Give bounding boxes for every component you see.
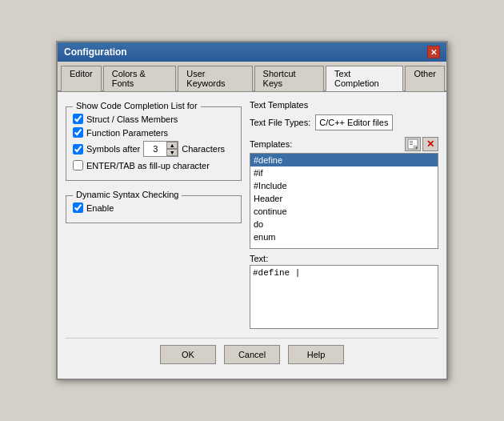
function-params-row: Function Parameters bbox=[73, 127, 234, 138]
left-panel: Show Code Completion List for Struct / C… bbox=[66, 100, 242, 331]
window-title: Configuration bbox=[64, 46, 127, 58]
enable-row: Enable bbox=[73, 202, 234, 213]
cancel-button[interactable]: Cancel bbox=[224, 345, 280, 364]
symbols-after-label: Symbols after bbox=[86, 144, 140, 154]
spinner-buttons: ▲ ▼ bbox=[166, 142, 178, 156]
characters-label: Characters bbox=[182, 144, 225, 154]
tab-editor[interactable]: Editor bbox=[61, 66, 102, 91]
text-area[interactable] bbox=[250, 265, 438, 329]
template-list-item[interactable]: #if bbox=[250, 166, 438, 179]
show-code-completion-group: Show Code Completion List for Struct / C… bbox=[66, 106, 242, 181]
template-add-button[interactable]: + bbox=[405, 137, 421, 151]
templates-label: Templates: bbox=[250, 139, 292, 149]
template-list-item[interactable]: Header bbox=[250, 192, 438, 205]
symbols-input[interactable] bbox=[144, 143, 166, 154]
new-template-icon: + bbox=[407, 138, 418, 150]
templates-header: Templates: + ✕ bbox=[250, 137, 438, 151]
templates-list[interactable]: #define#if#IncludeHeadercontinuedoenum bbox=[250, 153, 438, 249]
text-file-types-dropdown-wrapper: C/C++ Editor files Java Editor files Oth… bbox=[315, 114, 438, 130]
text-file-types-row: Text File Types: C/C++ Editor files Java… bbox=[250, 114, 438, 130]
enter-tab-checkbox[interactable] bbox=[73, 160, 83, 170]
dynamic-syntax-title: Dynamic Syntax Checking bbox=[73, 190, 182, 199]
right-panel: Text Templates Text File Types: C/C++ Ed… bbox=[250, 100, 438, 331]
enable-checkbox[interactable] bbox=[73, 202, 83, 213]
configuration-window: Configuration ✕ Editor Colors & Fonts Us… bbox=[56, 41, 448, 380]
tab-text-completion[interactable]: Text Completion bbox=[326, 66, 403, 91]
content-inner: Show Code Completion List for Struct / C… bbox=[66, 100, 438, 331]
titlebar: Configuration ✕ bbox=[58, 42, 446, 62]
struct-class-label: Struct / Class Members bbox=[86, 114, 178, 124]
ok-button[interactable]: OK bbox=[160, 345, 216, 364]
template-list-item[interactable]: #Include bbox=[250, 179, 438, 192]
show-code-completion-title: Show Code Completion List for bbox=[73, 101, 201, 110]
template-delete-button[interactable]: ✕ bbox=[422, 137, 438, 151]
tab-bar: Editor Colors & Fonts User Keywords Shor… bbox=[58, 62, 446, 92]
template-list-item[interactable]: do bbox=[250, 218, 438, 231]
enter-tab-row: ENTER/TAB as fill-up character bbox=[73, 160, 234, 170]
help-button[interactable]: Help bbox=[288, 345, 344, 364]
spinner-down-button[interactable]: ▼ bbox=[166, 149, 178, 156]
tab-other[interactable]: Other bbox=[405, 66, 445, 91]
tab-colors-fonts[interactable]: Colors & Fonts bbox=[103, 66, 177, 91]
text-file-types-label: Text File Types: bbox=[250, 118, 310, 127]
text-label: Text: bbox=[250, 254, 438, 263]
close-button[interactable]: ✕ bbox=[427, 46, 440, 58]
function-params-label: Function Parameters bbox=[86, 128, 168, 138]
spinner-up-button[interactable]: ▲ bbox=[166, 142, 178, 149]
text-file-types-dropdown[interactable]: C/C++ Editor files Java Editor files Oth… bbox=[315, 114, 393, 130]
templates-buttons: + ✕ bbox=[405, 137, 438, 151]
svg-text:+: + bbox=[415, 145, 418, 150]
footer: OK Cancel Help bbox=[66, 338, 438, 371]
svg-rect-3 bbox=[410, 144, 413, 145]
text-templates-title: Text Templates bbox=[250, 100, 438, 110]
struct-class-row: Struct / Class Members bbox=[73, 114, 234, 124]
enter-tab-label: ENTER/TAB as fill-up character bbox=[86, 161, 210, 170]
function-params-checkbox[interactable] bbox=[73, 127, 83, 138]
svg-rect-2 bbox=[410, 142, 413, 143]
dynamic-syntax-group: Dynamic Syntax Checking Enable bbox=[66, 195, 242, 223]
tab-shortcut-keys[interactable]: Shortcut Keys bbox=[254, 66, 324, 91]
template-list-item[interactable]: continue bbox=[250, 205, 438, 218]
symbols-checkbox[interactable] bbox=[73, 144, 83, 154]
tab-user-keywords[interactable]: User Keywords bbox=[178, 66, 252, 91]
svg-rect-1 bbox=[410, 141, 413, 142]
struct-class-checkbox[interactable] bbox=[73, 114, 83, 124]
template-list-item[interactable]: #define bbox=[250, 154, 438, 166]
enable-label: Enable bbox=[86, 203, 114, 213]
symbols-row: Symbols after ▲ ▼ Characters bbox=[73, 141, 234, 157]
template-list-item[interactable]: enum bbox=[250, 231, 438, 243]
symbols-spinner: ▲ ▼ bbox=[143, 141, 178, 157]
content-area: Show Code Completion List for Struct / C… bbox=[58, 92, 446, 379]
